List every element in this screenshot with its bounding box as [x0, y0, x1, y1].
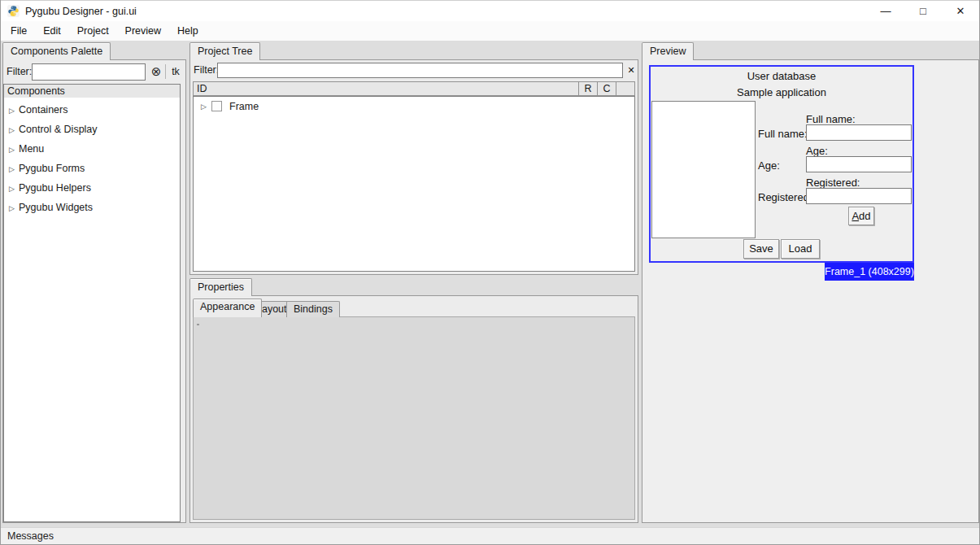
tree-filter-input[interactable]	[217, 63, 623, 78]
dot-artifact	[197, 324, 199, 325]
tree-row-frame[interactable]: ▷ Frame	[194, 98, 634, 115]
properties-body: Appearance Layout Bindings	[189, 295, 638, 523]
registered-entry[interactable]	[806, 188, 912, 204]
tab-project-tree[interactable]: Project Tree	[189, 42, 260, 60]
tab-properties[interactable]: Properties	[189, 278, 252, 296]
save-button[interactable]: Save	[743, 239, 779, 259]
subtab-bindings[interactable]: Bindings	[286, 301, 340, 317]
components-palette-panel: Components Palette Filter: ⊗ tk Componen…	[2, 42, 186, 523]
registered-header-label: Registered:	[806, 177, 912, 189]
python-logo-icon	[7, 5, 20, 17]
components-palette-body: Filter: ⊗ tk Components ▷Containers ▷Con…	[2, 59, 186, 523]
app-window: Pygubu Designer - gui.ui — □ ✕ File Edit…	[0, 0, 980, 545]
palette-item-pygubu-helpers[interactable]: ▷Pygubu Helpers	[4, 178, 180, 198]
menu-help[interactable]: Help	[169, 21, 207, 41]
column-header-id[interactable]: ID	[193, 81, 579, 96]
age-entry[interactable]	[806, 156, 912, 172]
add-button[interactable]: Add	[848, 207, 874, 225]
preview-app-subtitle: Sample application	[651, 86, 912, 98]
close-button[interactable]: ✕	[942, 1, 979, 22]
window-title: Pygubu Designer - gui.ui	[25, 1, 137, 22]
tree-filter-label: Filter:	[194, 62, 219, 79]
palette-filter-label: Filter:	[7, 63, 32, 81]
column-header-blank	[616, 81, 635, 96]
fullname-label: Full name:	[758, 128, 807, 140]
expander-icon[interactable]: ▷	[9, 159, 19, 179]
menu-project[interactable]: Project	[69, 21, 117, 41]
age-label: Age:	[758, 159, 807, 172]
preview-frame[interactable]: User database Sample application Full na…	[649, 65, 914, 263]
fullname-entry[interactable]	[806, 124, 912, 141]
tab-preview[interactable]: Preview	[642, 42, 694, 60]
age-header-label: Age:	[806, 145, 912, 157]
palette-item-label: Containers	[19, 104, 68, 116]
tree-row-label: Frame	[229, 98, 259, 115]
preview-panel: Preview User database Sample application…	[642, 42, 979, 523]
expander-icon[interactable]: ▷	[9, 101, 19, 120]
expander-icon[interactable]: ▷	[9, 198, 19, 218]
tab-components-palette[interactable]: Components Palette	[2, 42, 111, 60]
registered-label: Registered:	[758, 191, 807, 203]
properties-content	[193, 316, 635, 520]
palette-item-label: Pygubu Forms	[19, 163, 85, 174]
palette-item-label: Pygubu Widgets	[19, 202, 93, 213]
palette-item-containers[interactable]: ▷Containers	[4, 100, 180, 120]
palette-item-menu[interactable]: ▷Menu	[4, 139, 180, 159]
preview-body: User database Sample application Full na…	[642, 59, 979, 523]
palette-item-label: Menu	[19, 143, 44, 155]
window-controls: — □ ✕	[867, 1, 979, 22]
menu-file[interactable]: File	[2, 21, 35, 41]
palette-filter-input[interactable]	[32, 63, 146, 81]
menu-preview[interactable]: Preview	[117, 21, 169, 41]
expander-icon[interactable]: ▷	[201, 98, 211, 115]
palette-item-label: Control & Display	[19, 124, 98, 135]
clear-filter-icon[interactable]: ⊗	[148, 63, 164, 81]
project-tree-panel: Project Tree Filter: ✕ ID R C ▷ Frame	[189, 42, 638, 275]
load-button[interactable]: Load	[781, 239, 820, 259]
palette-item-control-display[interactable]: ▷Control & Display	[4, 120, 180, 139]
row-checkbox[interactable]	[211, 101, 222, 111]
divider	[165, 64, 166, 79]
subtab-appearance[interactable]: Appearance	[193, 299, 262, 317]
messages-label: Messages	[7, 528, 54, 545]
column-header-c[interactable]: C	[597, 81, 616, 96]
components-list: ▷Containers ▷Control & Display ▷Menu ▷Py…	[3, 98, 181, 522]
preview-listbox[interactable]	[651, 101, 756, 238]
menu-bar: File Edit Project Preview Help	[1, 21, 979, 41]
widget-tree-area[interactable]: ▷ Frame	[193, 96, 635, 272]
fullname-header-label: Full name:	[806, 113, 912, 125]
minimize-button[interactable]: —	[867, 1, 904, 22]
preview-app-title: User database	[651, 70, 912, 82]
main-area: Components Palette Filter: ⊗ tk Componen…	[1, 41, 979, 527]
maximize-button[interactable]: □	[904, 1, 942, 22]
title-bar: Pygubu Designer - gui.ui — □ ✕	[1, 0, 979, 21]
column-header-r[interactable]: R	[578, 81, 598, 96]
palette-item-label: Pygubu Helpers	[19, 182, 91, 194]
menu-edit[interactable]: Edit	[35, 21, 69, 41]
expander-icon[interactable]: ▷	[9, 140, 19, 159]
components-list-header: Components	[3, 84, 181, 98]
status-bar: Messages	[1, 527, 979, 545]
clear-filter-x-icon[interactable]: ✕	[626, 62, 636, 78]
palette-item-pygubu-forms[interactable]: ▷Pygubu Forms	[4, 159, 180, 178]
expander-icon[interactable]: ▷	[9, 120, 19, 140]
expander-icon[interactable]: ▷	[9, 179, 19, 198]
tk-toggle-button[interactable]: tk	[168, 63, 184, 81]
properties-panel: Properties Appearance Layout Bindings	[189, 278, 638, 523]
project-tree-body: Filter: ✕ ID R C ▷ Frame	[189, 59, 638, 275]
preview-size-badge: Frame_1 (408x299)	[825, 263, 914, 281]
palette-item-pygubu-widgets[interactable]: ▷Pygubu Widgets	[4, 198, 180, 217]
